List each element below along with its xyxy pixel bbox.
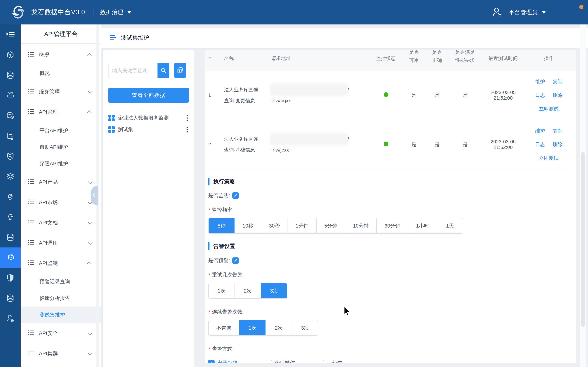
search-button[interactable] [157, 63, 169, 78]
menu-group-label: API监测 [39, 260, 58, 267]
menu-item-测试集维护[interactable]: 测试集维护 [21, 307, 101, 323]
option-3次[interactable]: 3次 [292, 320, 318, 335]
page-title: 测试集维护 [121, 34, 149, 42]
is-correct: 是 [425, 141, 449, 148]
rail-item-swirl[interactable] [0, 207, 21, 227]
menu-item-穿透API维护[interactable]: 穿透API维护 [21, 155, 101, 172]
menu-group-3[interactable]: API管理 [21, 102, 101, 122]
rail-item-data-service[interactable]: DATA [0, 85, 21, 106]
menu-group-label: API管理 [39, 108, 58, 116]
option-5秒[interactable]: 5秒 [209, 218, 234, 233]
rail-item-database-gear[interactable] [0, 106, 21, 126]
option-3次[interactable]: 3次 [261, 283, 287, 298]
retry-label-row: * 重试几次告警: [208, 271, 573, 278]
tree-item-label: 测试集 [118, 126, 186, 133]
add-test-set-button[interactable] [174, 63, 186, 78]
alert-method-企业微信: 企业微信 [266, 359, 295, 363]
consecutive-label: 连续告警次数: [212, 309, 244, 316]
option-1小时[interactable]: 1小时 [408, 218, 437, 233]
action-link[interactable]: 立即测试 [539, 151, 559, 165]
consecutive-label-row: * 连续告警次数: [208, 309, 573, 316]
menu-group-16[interactable]: API集群 [21, 343, 101, 364]
action-link[interactable]: 维护 [535, 124, 545, 138]
action-link[interactable]: 复制 [553, 124, 562, 138]
rail-item-layers[interactable] [0, 166, 21, 187]
page-title-icon [109, 33, 117, 42]
required-asterisk: * [208, 207, 210, 213]
rail-item-shield-search[interactable] [0, 146, 21, 166]
action-link[interactable]: 删除 [553, 88, 562, 102]
menu-group-15[interactable]: API安全 [21, 323, 101, 343]
rail-item-shield-half[interactable] [0, 268, 21, 288]
action-link[interactable]: 维护 [535, 75, 545, 88]
menu-group-label: API产品 [39, 179, 58, 186]
menu-item-平台API维护[interactable]: 平台API维护 [21, 122, 101, 139]
prewarn-checkbox[interactable]: ✓ [232, 258, 239, 264]
view-all-data-button[interactable]: 查看全部数据 [108, 88, 189, 103]
topbar-divider [93, 7, 94, 17]
option-10分钟[interactable]: 10分钟 [345, 218, 376, 233]
rail-item-menu-toggle[interactable] [0, 25, 21, 45]
action-link[interactable]: 复制 [553, 75, 562, 88]
rail-item-database[interactable] [0, 65, 21, 85]
option-1次[interactable]: 1次 [239, 320, 266, 335]
option-5分钟[interactable]: 5分钟 [316, 218, 345, 233]
request-address: / frfw/jcxx [271, 134, 369, 155]
tree-item[interactable]: 企业法人数据服务监测 [108, 112, 189, 124]
action-link[interactable]: 日志 [535, 88, 545, 102]
tree-item[interactable]: 测试集 [108, 124, 189, 135]
action-link[interactable]: 日志 [535, 138, 545, 151]
option-30秒[interactable]: 30秒 [261, 218, 287, 233]
rail-item-user-gear[interactable] [0, 308, 21, 329]
option-2次[interactable]: 2次 [234, 283, 261, 298]
menu-group-8[interactable]: API市场 [21, 192, 101, 213]
freq-label-row: * 监控频率: [208, 206, 573, 213]
rail-item-document-cert[interactable] [0, 126, 21, 146]
rail-item-database[interactable] [0, 227, 21, 248]
action-link[interactable]: 立即测试 [539, 102, 559, 116]
rail-item-cube[interactable] [0, 45, 21, 65]
menu-group-10[interactable]: API调用 [21, 233, 101, 253]
menu-group-0[interactable]: 概况 [21, 45, 101, 65]
menu-item-预警记录查询[interactable]: 预警记录查询 [21, 273, 101, 290]
method-checkbox[interactable] [266, 360, 272, 363]
user-icon [491, 7, 503, 18]
option-10秒[interactable]: 10秒 [234, 218, 261, 233]
option-30分钟[interactable]: 30分钟 [376, 218, 408, 233]
rail-item-swirl[interactable] [0, 187, 21, 207]
is-correct: 是 [425, 92, 449, 99]
module-switcher[interactable]: 数据治理 [100, 0, 132, 25]
method-checkbox[interactable] [323, 360, 329, 363]
rail-item-api-hex[interactable]: API [0, 248, 21, 268]
option-1天[interactable]: 1天 [437, 218, 463, 233]
monitor-checkbox[interactable]: ✓ [232, 192, 239, 199]
menu-item-健康分析报告[interactable]: 健康分析报告 [21, 290, 101, 307]
menu-item-自助API维护[interactable]: 自助API维护 [21, 139, 101, 155]
chevron-down-icon [88, 89, 93, 94]
more-actions-icon[interactable] [186, 115, 188, 121]
option-不告警[interactable]: 不告警 [209, 320, 239, 335]
rail-item-database[interactable] [0, 288, 21, 308]
action-link[interactable]: 删除 [553, 138, 562, 151]
api-name: 法人业务库直连查询-基础信息 [224, 134, 271, 155]
menu-group-7[interactable]: API产品 [21, 172, 101, 192]
more-actions-icon[interactable] [186, 127, 188, 133]
prewarn-toggle-row: 是否预警: ✓ [208, 257, 573, 264]
retry-button-group: 1次2次3次 [208, 283, 287, 299]
search-input[interactable] [108, 63, 157, 78]
user-menu[interactable]: 平台管理员 [491, 0, 546, 25]
menu-group-9[interactable]: API文档 [21, 213, 101, 233]
method-checkbox[interactable]: ✓ [208, 360, 215, 363]
cube-icon [6, 50, 15, 59]
page-scrollbar-thumb[interactable] [581, 152, 585, 327]
copy-plus-icon [176, 67, 184, 74]
option-1次[interactable]: 1次 [209, 283, 234, 298]
menu-item-概况[interactable]: 概况 [21, 65, 101, 82]
option-1分钟[interactable]: 1分钟 [287, 218, 316, 233]
list-icon [27, 329, 35, 338]
database-gear-icon [6, 111, 15, 120]
column-header: 名称 [224, 50, 271, 71]
option-2次[interactable]: 2次 [266, 320, 292, 335]
menu-group-11[interactable]: API监测 [21, 253, 101, 273]
menu-group-2[interactable]: 服务管理 [21, 82, 101, 102]
